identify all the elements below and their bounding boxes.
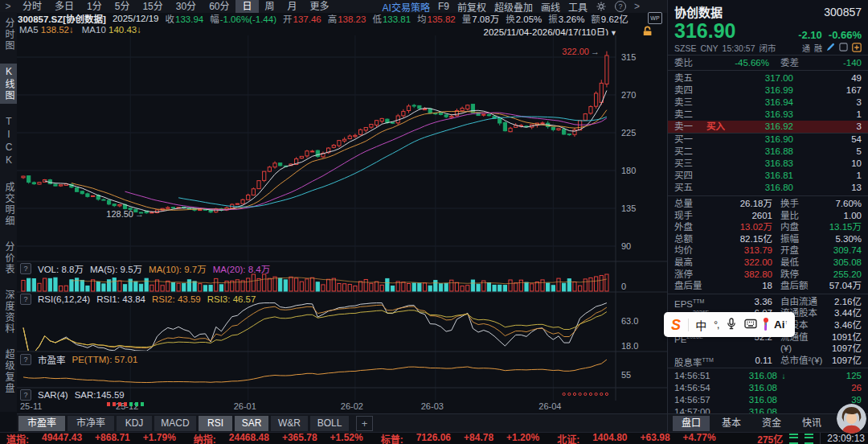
indicator-tab-MACD[interactable]: MACD [154, 416, 196, 431]
gear-icon[interactable] [596, 1, 607, 12]
microphone-icon[interactable] [726, 318, 737, 332]
add-indicator-button[interactable]: + [356, 416, 373, 431]
sidebar-item-分价表[interactable]: 分价表 [0, 239, 17, 278]
sidebar-item-TICK[interactable]: TICK [0, 113, 17, 170]
last-price: 316.90 [674, 20, 735, 41]
stock-name: 协创数据 [674, 3, 723, 20]
bid-row-买四[interactable]: 买四316.811 [668, 170, 868, 182]
period-tab-5分[interactable]: 5分 [108, 0, 137, 13]
index-标普:[interactable]: 标普:7126.06+84.78+1.20% [381, 432, 539, 444]
help-icon[interactable]: ? [20, 389, 31, 401]
sidebar-item-K线图[interactable]: K线图 [0, 64, 17, 104]
tick-row: 14:56:57316.0839 [668, 394, 868, 406]
help-icon[interactable]: ? [615, 1, 626, 12]
quote-tab-资金[interactable]: 资金 [753, 416, 790, 431]
add-plus-icon[interactable] [852, 43, 862, 54]
index-北证:[interactable]: 北证:1404.80+63.98+4.77% [557, 432, 715, 444]
collapse-arrow-icon[interactable]: > [0, 1, 16, 12]
indicator-tab-W&R[interactable]: W&R [271, 416, 308, 431]
period-tabs: 分时多日1分5分15分30分60分日周月更多 [16, 0, 336, 13]
toolbar-right-items: AI交易策略F9前复权超级叠加画线工具 ? > [383, 0, 640, 13]
punctuation-tool-icon[interactable]: °, [714, 319, 719, 331]
ask-row-卖二[interactable]: 卖二316.931 [668, 109, 868, 121]
language-toggle[interactable]: 中 [695, 317, 706, 333]
rsi-legend: ?RSI(6,12,24)RSI1: 43.84RSI2: 43.59RSI3:… [20, 294, 256, 304]
pencil-icon[interactable] [826, 43, 835, 53]
svg-text:135: 135 [621, 204, 636, 213]
svg-text:0: 0 [621, 282, 626, 291]
bid-row-买二[interactable]: 买二316.885 [668, 146, 868, 158]
indicator-tab-市净率[interactable]: 市净率 [68, 416, 114, 431]
ma-legend-item: MA5 138.52↓ [19, 25, 74, 35]
period-tab-15分[interactable]: 15分 [136, 0, 169, 13]
bid-levels: 买一316.9054买二316.885买三316.8310买四316.811买五… [668, 134, 868, 194]
indicator-tab-市盈率[interactable]: 市盈率 [18, 416, 65, 431]
bid-row-买一[interactable]: 买一316.9054 [668, 134, 868, 146]
sidebar-item-深度资料[interactable]: 深度资料 [0, 287, 17, 337]
event-marker-dots [107, 401, 144, 406]
x-axis-label: 26-01 [234, 401, 256, 411]
ask-row-卖一[interactable]: 卖一买入316.923 [668, 121, 868, 133]
weibi-label: 委比 [674, 57, 706, 68]
sidebar-item-分时图[interactable]: 分时图 [0, 15, 17, 54]
menu-icon[interactable] [789, 434, 798, 444]
ai-assistant-button[interactable]: Ai↑ [774, 319, 788, 331]
trade-date: 2025/12/19 [113, 14, 159, 23]
bid-row-买三[interactable]: 买三316.8310 [668, 158, 868, 170]
svg-text:270: 270 [621, 90, 636, 100]
menu-icon-2[interactable] [805, 434, 813, 444]
quote-time: 15:30:57 [723, 43, 755, 53]
indicator-tab-BOLL[interactable]: BOLL [310, 416, 349, 431]
indicator-tab-RSI[interactable]: RSI [199, 416, 232, 431]
chevron-right-icon[interactable]: > [634, 1, 640, 12]
quote-tab-盘口[interactable]: 盘口 [673, 416, 710, 431]
toolbar-item-1[interactable]: F9 [438, 1, 449, 12]
ask-row-卖四[interactable]: 卖四316.99167 [668, 84, 868, 97]
index-纳指:[interactable]: 纳指:24468.48+365.78+1.52% [194, 432, 363, 444]
quote-field-振: 振3.26% [548, 12, 584, 25]
stat-row: EPSTTM3.36自由流通2.16亿 [668, 296, 868, 308]
quote-field-开: 开137.46 [283, 12, 321, 25]
toolbox-icon[interactable] [764, 319, 767, 331]
period-tab-1分[interactable]: 1分 [80, 0, 108, 13]
help-icon[interactable]: ? [20, 294, 31, 305]
ask-row-卖五[interactable]: 卖五317.0049 [668, 72, 868, 84]
weicha-label: 委差 [780, 57, 816, 68]
period-tab-60分[interactable]: 60分 [203, 0, 235, 13]
keyboard-icon[interactable] [744, 319, 757, 331]
period-tab-更多[interactable]: 更多 [304, 0, 336, 13]
candlestick-chart[interactable]: 31527022518013590063.018.055322.00→128.5… [17, 35, 667, 401]
window-icon[interactable] [839, 43, 848, 53]
index-道指:[interactable]: 道指:49447.43+868.71+1.79% [6, 432, 176, 444]
sogou-logo-icon[interactable]: S [671, 314, 681, 336]
sidebar-item-超级复盘[interactable]: 超级复盘 [0, 347, 17, 397]
svg-text:180: 180 [621, 166, 636, 175]
stat-row: 涨停382.80跌停255.20 [668, 269, 868, 281]
period-tab-分时[interactable]: 分时 [16, 0, 48, 13]
bid-row-买五[interactable]: 买五316.8013 [668, 182, 868, 194]
indicator-tab-KDJ[interactable]: KDJ [117, 416, 152, 431]
chart-region: 31527022518013590063.018.055322.00→128.5… [17, 35, 667, 432]
quote-field-换: 换2.05% [506, 12, 542, 25]
sidebar-item-成交明细[interactable]: 成交明细 [0, 179, 17, 229]
avatar[interactable] [837, 404, 866, 434]
quote-tab-基本[interactable]: 基本 [713, 416, 750, 431]
order-imbalance-row: 委比 -45.66% 委差 -140 [668, 57, 868, 68]
help-icon[interactable]: ? [20, 354, 31, 365]
indicator-tab-SAR[interactable]: SAR [235, 416, 268, 431]
pe-legend: ?市盈率PE(TTM): 57.01 [20, 354, 137, 364]
quote-field-收: 收133.94 [166, 12, 204, 25]
svg-text:→: → [591, 47, 600, 56]
ask-row-卖三[interactable]: 卖三316.943 [668, 97, 868, 109]
stat-row: 总量26.18万换手7.60% [668, 198, 868, 210]
period-tab-日[interactable]: 日 [235, 0, 258, 13]
period-tab-30分[interactable]: 30分 [170, 0, 203, 13]
help-icon[interactable]: ? [20, 263, 31, 274]
period-tab-周[interactable]: 周 [259, 0, 281, 13]
trading-app-window: > 分时多日1分5分15分30分60分日周月更多 AI交易策略F9前复权超级叠加… [0, 0, 868, 444]
wp-tool-icon[interactable]: WP [648, 12, 662, 24]
quote-tab-快讯[interactable]: 快讯 [793, 416, 830, 431]
period-tab-多日[interactable]: 多日 [48, 0, 80, 13]
svg-text:55: 55 [621, 370, 631, 380]
period-tab-月[interactable]: 月 [281, 0, 304, 13]
